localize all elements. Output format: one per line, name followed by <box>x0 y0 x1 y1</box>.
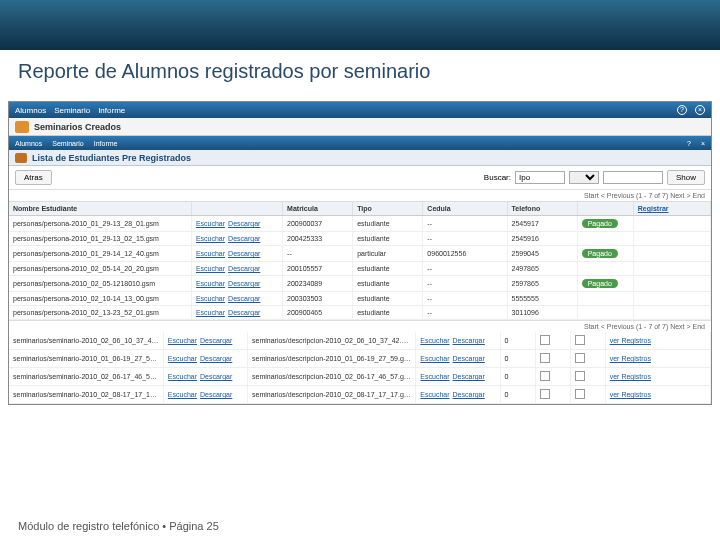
cell-telefono: 2545916 <box>507 232 577 246</box>
cell-count: 0 <box>500 386 535 404</box>
cell-count: 0 <box>500 332 535 350</box>
help2-icon[interactable]: ? <box>687 140 691 147</box>
escuchar-link[interactable]: Escuchar <box>196 280 225 287</box>
escuchar-link[interactable]: Escuchar <box>196 265 225 272</box>
cell-nombre: personas/persona-2010_01_29-14_12_40.gsm <box>9 246 191 262</box>
subnav-seminario[interactable]: Seminario <box>52 140 84 147</box>
checkbox[interactable] <box>540 335 550 345</box>
cell-desc-act: EscucharDescargar <box>416 350 500 368</box>
descargar-link[interactable]: Descargar <box>200 391 232 398</box>
descargar-link[interactable]: Descargar <box>200 337 232 344</box>
checkbox[interactable] <box>575 353 585 363</box>
escuchar-link[interactable]: Escuchar <box>196 235 225 242</box>
escuchar-link[interactable]: Escuchar <box>196 250 225 257</box>
cell-matricula: 200900037 <box>283 216 353 232</box>
cell-chk2 <box>570 332 605 350</box>
th-matricula[interactable]: Matricula <box>283 202 353 216</box>
th-nombre[interactable]: Nombre Estudiante <box>9 202 191 216</box>
checkbox[interactable] <box>540 371 550 381</box>
cell-telefono: 3011096 <box>507 306 577 320</box>
ver-registros-link[interactable]: ver Registros <box>610 337 651 344</box>
help-icon[interactable]: ? <box>677 105 687 115</box>
show-button[interactable]: Show <box>667 170 705 185</box>
th-telefono[interactable]: Telefono <box>507 202 577 216</box>
escuchar-link[interactable]: Escuchar <box>420 391 449 398</box>
ver-registros-link[interactable]: ver Registros <box>610 373 651 380</box>
escuchar-link[interactable]: Escuchar <box>420 337 449 344</box>
descargar-link[interactable]: Descargar <box>453 355 485 362</box>
close-icon[interactable]: × <box>695 105 705 115</box>
cell-ver: ver Registros <box>605 368 710 386</box>
cell-telefono: 2545917 <box>507 216 577 232</box>
cell-acciones: EscucharDescargar <box>191 276 282 292</box>
descargar-link[interactable]: Descargar <box>200 355 232 362</box>
cell-acciones: EscucharDescargar <box>191 216 282 232</box>
th-tipo[interactable]: Tipo <box>353 202 423 216</box>
subnav-alumnos[interactable]: Alumnos <box>15 140 42 147</box>
cell-nombre: personas/persona-2010_02_05-1218010.gsm <box>9 276 191 292</box>
ver-registros-link[interactable]: ver Registros <box>610 391 651 398</box>
escuchar-link[interactable]: Escuchar <box>168 373 197 380</box>
cell-desc-act: EscucharDescargar <box>416 332 500 350</box>
checkbox[interactable] <box>540 353 550 363</box>
list-icon <box>15 153 27 163</box>
descargar-link[interactable]: Descargar <box>228 280 260 287</box>
escuchar-link[interactable]: Escuchar <box>196 309 225 316</box>
cell-cedula: 0960012556 <box>423 246 507 262</box>
descargar-link[interactable]: Descargar <box>228 220 260 227</box>
search-select[interactable] <box>569 171 599 184</box>
descargar-link[interactable]: Descargar <box>453 391 485 398</box>
escuchar-link[interactable]: Escuchar <box>168 337 197 344</box>
cell-chk1 <box>535 386 570 404</box>
cell-chk2 <box>570 368 605 386</box>
nav-alumnos[interactable]: Alumnos <box>15 106 46 115</box>
search-extra-input[interactable] <box>603 171 663 184</box>
list-header: Lista de Estudiantes Pre Registrados <box>9 150 711 166</box>
cell-sem-act: EscucharDescargar <box>163 350 247 368</box>
table-row: personas/persona-2010_02_10-14_13_00.gsm… <box>9 292 711 306</box>
escuchar-link[interactable]: Escuchar <box>168 355 197 362</box>
cell-chk2 <box>570 350 605 368</box>
nav-seminario[interactable]: Seminario <box>54 106 90 115</box>
escuchar-link[interactable]: Escuchar <box>196 220 225 227</box>
th-registrar[interactable]: Registrar <box>633 202 710 216</box>
checkbox[interactable] <box>540 389 550 399</box>
escuchar-link[interactable]: Escuchar <box>196 295 225 302</box>
escuchar-link[interactable]: Escuchar <box>420 373 449 380</box>
cell-telefono: 2497865 <box>507 262 577 276</box>
close2-icon[interactable]: × <box>701 140 705 147</box>
escuchar-link[interactable]: Escuchar <box>168 391 197 398</box>
cell-tipo: estudiante <box>353 306 423 320</box>
cell-cedula: -- <box>423 216 507 232</box>
subnav-informe[interactable]: Informe <box>94 140 118 147</box>
descargar-link[interactable]: Descargar <box>228 235 260 242</box>
ver-registros-link[interactable]: ver Registros <box>610 355 651 362</box>
cell-nombre: personas/persona-2010_01_29-13_28_01.gsm <box>9 216 191 232</box>
checkbox[interactable] <box>575 335 585 345</box>
descargar-link[interactable]: Descargar <box>228 309 260 316</box>
group-icon <box>15 121 29 133</box>
back-button[interactable]: Atras <box>15 170 52 185</box>
descargar-link[interactable]: Descargar <box>228 265 260 272</box>
nav-informe[interactable]: Informe <box>98 106 125 115</box>
search-input[interactable] <box>515 171 565 184</box>
pager-top[interactable]: Start < Previous (1 - 7 of 7) Next > End <box>9 190 711 202</box>
th-cedula[interactable]: Cedula <box>423 202 507 216</box>
checkbox[interactable] <box>575 389 585 399</box>
pager-mid[interactable]: Start < Previous (1 - 7 of 7) Next > End <box>9 320 711 332</box>
cell-tipo: estudiante <box>353 276 423 292</box>
checkbox[interactable] <box>575 371 585 381</box>
cell-tipo: estudiante <box>353 262 423 276</box>
descargar-link[interactable]: Descargar <box>453 373 485 380</box>
footer-module: Módulo de registro telefónico <box>18 520 159 532</box>
cell-nombre: personas/persona-2010_02_05-14_20_20.gsm <box>9 262 191 276</box>
table-row: personas/persona-2010_02_13-23_52_01.gsm… <box>9 306 711 320</box>
descargar-link[interactable]: Descargar <box>228 250 260 257</box>
descargar-link[interactable]: Descargar <box>453 337 485 344</box>
descargar-link[interactable]: Descargar <box>200 373 232 380</box>
descargar-link[interactable]: Descargar <box>228 295 260 302</box>
seminarios-header: Seminarios Creados <box>9 118 711 136</box>
cell-estado: Pagado <box>577 276 633 292</box>
escuchar-link[interactable]: Escuchar <box>420 355 449 362</box>
pagado-badge: Pagado <box>582 279 618 288</box>
